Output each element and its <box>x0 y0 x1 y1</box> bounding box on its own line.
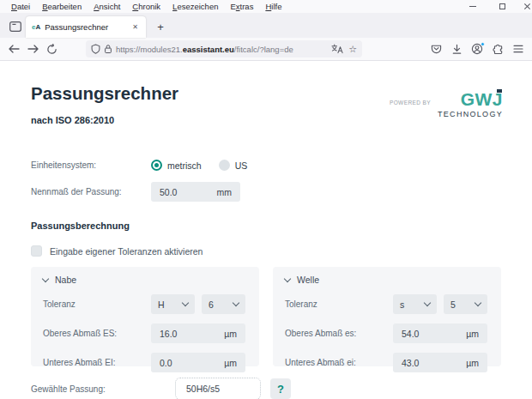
back-icon <box>9 45 20 53</box>
minimize-button[interactable] <box>458 0 487 13</box>
radio-us-icon <box>219 160 230 171</box>
hub-tolerance-letter-select[interactable]: H <box>151 294 195 314</box>
hub-tolerance-grade-select[interactable]: 6 <box>202 294 245 314</box>
unit-system-label: Einheitensystem: <box>31 160 151 170</box>
shaft-tolerance-letter-select[interactable]: s <box>393 294 437 314</box>
translate-icon <box>331 44 343 54</box>
maximize-button[interactable] <box>487 0 517 13</box>
tab-close-icon[interactable]: ✕ <box>130 21 140 33</box>
hub-tolerance-label: Toleranz <box>43 299 151 309</box>
custom-tolerance-checkbox-row[interactable]: Eingabe eigener Toleranzen aktivieren <box>31 245 501 257</box>
menu-bar: DateiBearbeitenAnsichtChronikLesezeichen… <box>0 0 532 13</box>
radio-metric-icon <box>151 160 162 171</box>
menu-bearbeiten[interactable]: Bearbeiten <box>36 2 88 11</box>
shaft-upper-deviation-label: Oberes Abmaß es: <box>285 329 393 338</box>
shaft-lower-deviation-input[interactable]: 43.0µm <box>393 353 487 372</box>
gwj-logo-subtitle: TECHNOLOGY <box>438 110 503 118</box>
forward-icon <box>27 45 39 53</box>
chevron-down-icon <box>182 299 189 306</box>
firefox-view-icon <box>9 21 21 32</box>
maximize-icon <box>499 3 505 9</box>
downloads-icon <box>451 44 462 55</box>
hub-lower-deviation-label: Unteres Abmaß EI: <box>43 358 151 367</box>
fit-help-button[interactable]: ? <box>270 378 291 399</box>
radio-us[interactable]: US <box>219 160 248 171</box>
shaft-panel: Welle Toleranz s 5 Oberes Abmaß es: 54.0… <box>273 267 501 366</box>
custom-tolerance-checkbox[interactable] <box>31 245 42 257</box>
chevron-down-icon <box>424 299 431 306</box>
nominal-size-input[interactable]: 50.0 mm <box>151 182 240 202</box>
hub-panel-header[interactable]: Nabe <box>43 275 245 285</box>
tab-title: Passungsrechner <box>45 22 126 32</box>
shaft-tolerance-label: Toleranz <box>285 299 393 309</box>
powered-by-label: POWERED BY <box>390 100 431 106</box>
shield-icon <box>91 44 100 54</box>
lock-icon <box>104 44 112 54</box>
chevron-down-icon <box>284 275 291 281</box>
nominal-size-unit: mm <box>217 187 233 197</box>
extensions-puzzle-icon <box>493 44 504 55</box>
menu-lesezeichen[interactable]: Lesezeichen <box>166 2 224 11</box>
shaft-lower-deviation-label: Unteres Abmaß ei: <box>285 358 393 367</box>
hub-panel: Nabe Toleranz H 6 Oberes Abmaß ES: 16.0µ… <box>31 267 259 366</box>
url-text: https://modules21.eassistant.eu/fitcalc/… <box>116 45 293 54</box>
radio-metric[interactable]: metrisch <box>151 160 202 171</box>
powered-by-block: POWERED BY GWJ TECHNOLOGY <box>390 90 503 118</box>
hub-lower-deviation-input[interactable]: 0.0µm <box>151 353 245 372</box>
menu-chronik[interactable]: Chronik <box>126 2 166 11</box>
menu-datei[interactable]: Datei <box>5 2 36 11</box>
chevron-down-icon <box>475 299 481 306</box>
hub-panel-title: Nabe <box>55 275 76 285</box>
close-button[interactable] <box>517 0 532 13</box>
downloads-button[interactable] <box>448 40 465 57</box>
bookmark-star-icon[interactable]: ☆ <box>348 44 357 55</box>
browser-tab[interactable]: eA Passungsrechner ✕ <box>26 16 146 38</box>
account-notification-dot <box>481 42 485 46</box>
extensions-button[interactable] <box>489 40 506 57</box>
shaft-panel-title: Welle <box>297 275 319 285</box>
new-tab-button[interactable]: + <box>151 17 170 36</box>
tab-bar: eA Passungsrechner ✕ + <box>0 13 532 38</box>
navigation-toolbar: https://modules21.eassistant.eu/fitcalc/… <box>0 38 532 61</box>
selected-fit-label: Gewählte Passung: <box>31 384 175 394</box>
nominal-size-label: Nennmaß der Passung: <box>31 187 151 196</box>
page-content: Passungsrechner nach ISO 286:2010 POWERE… <box>0 61 532 398</box>
hub-upper-deviation-input[interactable]: 16.0µm <box>151 323 245 343</box>
minimize-icon <box>469 6 476 7</box>
menu-extras[interactable]: Extras <box>224 2 259 11</box>
chevron-down-icon <box>233 299 239 306</box>
menu-hilfe[interactable]: Hilfe <box>259 2 287 11</box>
gwj-logo: GWJ TECHNOLOGY <box>438 90 503 118</box>
toolbar-right <box>427 40 527 57</box>
back-button[interactable] <box>5 40 22 57</box>
firefox-view-button[interactable] <box>5 16 26 37</box>
menubar-items: DateiBearbeitenAnsichtChronikLesezeichen… <box>5 2 287 11</box>
selected-fit-value: 50H6/s5 <box>175 378 261 399</box>
shaft-upper-deviation-input[interactable]: 54.0µm <box>393 323 487 343</box>
account-button[interactable] <box>469 40 486 57</box>
hamburger-menu-icon <box>513 45 523 53</box>
custom-tolerance-label: Eingabe eigener Toleranzen aktivieren <box>50 246 203 257</box>
reload-icon <box>46 44 57 55</box>
chevron-down-icon <box>42 275 49 281</box>
address-bar[interactable]: https://modules21.eassistant.eu/fitcalc/… <box>86 40 362 57</box>
forward-button[interactable] <box>24 40 41 57</box>
app-menu-button[interactable] <box>510 40 527 57</box>
menu-ansicht[interactable]: Ansicht <box>88 2 126 11</box>
translate-button[interactable] <box>329 40 346 57</box>
shaft-panel-header[interactable]: Welle <box>285 275 487 285</box>
shaft-tolerance-grade-select[interactable]: 5 <box>444 294 487 314</box>
hub-upper-deviation-label: Oberes Abmaß ES: <box>43 329 151 338</box>
site-favicon: eA <box>32 23 40 31</box>
section-heading: Passungsberechnung <box>31 221 501 231</box>
reload-button[interactable] <box>43 40 60 57</box>
window-controls <box>458 0 532 13</box>
close-icon <box>523 3 531 10</box>
pocket-icon <box>431 44 442 54</box>
pocket-button[interactable] <box>427 40 444 57</box>
